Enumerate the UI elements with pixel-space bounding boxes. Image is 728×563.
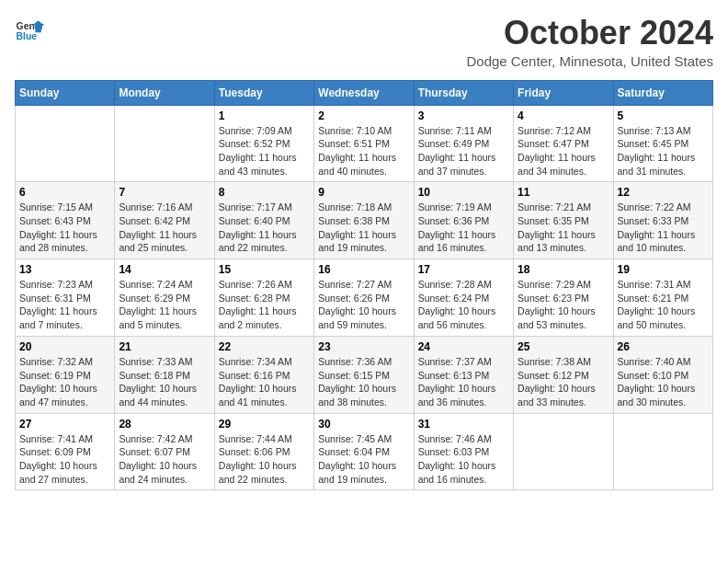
day-number: 1 [219,109,310,122]
calendar-cell: 30Sunrise: 7:45 AM Sunset: 6:04 PM Dayli… [314,413,414,490]
day-info: Sunrise: 7:15 AM Sunset: 6:43 PM Dayligh… [19,201,110,255]
day-number: 24 [418,340,509,353]
calendar-week-3: 13Sunrise: 7:23 AM Sunset: 6:31 PM Dayli… [16,259,713,337]
day-info: Sunrise: 7:46 AM Sunset: 6:03 PM Dayligh… [418,432,509,487]
weekday-header-monday: Monday [115,80,214,105]
calendar-cell: 1Sunrise: 7:09 AM Sunset: 6:52 PM Daylig… [214,105,313,182]
day-info: Sunrise: 7:27 AM Sunset: 6:26 PM Dayligh… [318,278,409,332]
calendar-cell: 27Sunrise: 7:41 AM Sunset: 6:09 PM Dayli… [16,413,115,490]
day-number: 8 [219,186,310,199]
weekday-header-tuesday: Tuesday [214,80,313,105]
day-info: Sunrise: 7:19 AM Sunset: 6:36 PM Dayligh… [418,201,509,255]
day-number: 9 [318,186,409,199]
day-number: 29 [219,418,310,431]
day-number: 13 [19,263,110,276]
calendar-cell: 6Sunrise: 7:15 AM Sunset: 6:43 PM Daylig… [16,182,115,259]
day-info: Sunrise: 7:33 AM Sunset: 6:18 PM Dayligh… [119,355,210,409]
day-number: 21 [119,340,210,353]
day-info: Sunrise: 7:11 AM Sunset: 6:49 PM Dayligh… [418,124,509,178]
day-number: 3 [418,109,509,122]
calendar-cell: 4Sunrise: 7:12 AM Sunset: 6:47 PM Daylig… [514,105,613,182]
day-number: 17 [418,263,509,276]
calendar-cell: 19Sunrise: 7:31 AM Sunset: 6:21 PM Dayli… [613,259,712,337]
calendar-cell: 18Sunrise: 7:29 AM Sunset: 6:23 PM Dayli… [514,259,613,337]
calendar-cell: 16Sunrise: 7:27 AM Sunset: 6:26 PM Dayli… [314,259,414,337]
day-info: Sunrise: 7:23 AM Sunset: 6:31 PM Dayligh… [19,278,110,332]
day-info: Sunrise: 7:44 AM Sunset: 6:06 PM Dayligh… [219,432,310,487]
day-number: 28 [119,418,210,431]
day-info: Sunrise: 7:40 AM Sunset: 6:10 PM Dayligh… [618,355,709,409]
weekday-header-wednesday: Wednesday [314,80,414,105]
day-number: 12 [618,186,709,199]
day-number: 2 [318,109,409,122]
day-number: 7 [119,186,210,199]
calendar-cell: 13Sunrise: 7:23 AM Sunset: 6:31 PM Dayli… [16,259,115,337]
calendar-cell: 22Sunrise: 7:34 AM Sunset: 6:16 PM Dayli… [214,336,313,413]
day-info: Sunrise: 7:13 AM Sunset: 6:45 PM Dayligh… [618,124,709,178]
day-info: Sunrise: 7:42 AM Sunset: 6:07 PM Dayligh… [119,432,210,487]
calendar-cell [613,413,712,490]
day-number: 23 [318,340,409,353]
svg-text:Blue: Blue [17,31,38,41]
day-info: Sunrise: 7:34 AM Sunset: 6:16 PM Dayligh… [219,355,310,409]
weekday-header-sunday: Sunday [16,80,115,105]
day-info: Sunrise: 7:24 AM Sunset: 6:29 PM Dayligh… [119,278,210,332]
day-info: Sunrise: 7:09 AM Sunset: 6:52 PM Dayligh… [219,124,310,178]
calendar-cell: 29Sunrise: 7:44 AM Sunset: 6:06 PM Dayli… [214,413,313,490]
day-info: Sunrise: 7:41 AM Sunset: 6:09 PM Dayligh… [19,432,110,487]
calendar-cell [514,413,613,490]
calendar-cell: 11Sunrise: 7:21 AM Sunset: 6:35 PM Dayli… [514,182,613,259]
day-info: Sunrise: 7:18 AM Sunset: 6:38 PM Dayligh… [318,201,409,255]
calendar-cell: 10Sunrise: 7:19 AM Sunset: 6:36 PM Dayli… [414,182,513,259]
calendar-week-1: 1Sunrise: 7:09 AM Sunset: 6:52 PM Daylig… [16,105,713,182]
calendar-table: SundayMondayTuesdayWednesdayThursdayFrid… [15,80,713,491]
day-number: 27 [19,418,110,431]
calendar-cell: 5Sunrise: 7:13 AM Sunset: 6:45 PM Daylig… [613,105,712,182]
calendar-cell: 21Sunrise: 7:33 AM Sunset: 6:18 PM Dayli… [115,336,214,413]
day-number: 22 [219,340,310,353]
day-number: 26 [618,340,709,353]
calendar-cell: 15Sunrise: 7:26 AM Sunset: 6:28 PM Dayli… [214,259,313,337]
day-number: 30 [318,418,409,431]
calendar-cell: 2Sunrise: 7:10 AM Sunset: 6:51 PM Daylig… [314,105,414,182]
calendar-cell [115,105,214,182]
calendar-cell: 20Sunrise: 7:32 AM Sunset: 6:19 PM Dayli… [16,336,115,413]
calendar-cell: 7Sunrise: 7:16 AM Sunset: 6:42 PM Daylig… [115,182,214,259]
calendar-cell: 31Sunrise: 7:46 AM Sunset: 6:03 PM Dayli… [414,413,513,490]
calendar-cell [16,105,115,182]
day-number: 18 [518,263,609,276]
day-info: Sunrise: 7:45 AM Sunset: 6:04 PM Dayligh… [318,432,409,487]
day-info: Sunrise: 7:26 AM Sunset: 6:28 PM Dayligh… [219,278,310,332]
calendar-cell: 17Sunrise: 7:28 AM Sunset: 6:24 PM Dayli… [414,259,513,337]
page-header: General Blue October 2024 Dodge Center, … [15,15,713,69]
calendar-cell: 28Sunrise: 7:42 AM Sunset: 6:07 PM Dayli… [115,413,214,490]
day-info: Sunrise: 7:28 AM Sunset: 6:24 PM Dayligh… [418,278,509,332]
calendar-cell: 23Sunrise: 7:36 AM Sunset: 6:15 PM Dayli… [314,336,414,413]
calendar-cell: 24Sunrise: 7:37 AM Sunset: 6:13 PM Dayli… [414,336,513,413]
day-number: 10 [418,186,509,199]
day-number: 6 [19,186,110,199]
calendar-cell: 25Sunrise: 7:38 AM Sunset: 6:12 PM Dayli… [514,336,613,413]
calendar-week-2: 6Sunrise: 7:15 AM Sunset: 6:43 PM Daylig… [16,182,713,259]
day-number: 4 [518,109,609,122]
day-number: 5 [618,109,709,122]
day-info: Sunrise: 7:31 AM Sunset: 6:21 PM Dayligh… [618,278,709,332]
day-number: 20 [19,340,110,353]
calendar-cell: 3Sunrise: 7:11 AM Sunset: 6:49 PM Daylig… [414,105,513,182]
calendar-cell: 26Sunrise: 7:40 AM Sunset: 6:10 PM Dayli… [613,336,712,413]
calendar-week-4: 20Sunrise: 7:32 AM Sunset: 6:19 PM Dayli… [16,336,713,413]
calendar-cell: 14Sunrise: 7:24 AM Sunset: 6:29 PM Dayli… [115,259,214,337]
day-info: Sunrise: 7:10 AM Sunset: 6:51 PM Dayligh… [318,124,409,178]
logo: General Blue [15,15,44,44]
day-info: Sunrise: 7:37 AM Sunset: 6:13 PM Dayligh… [418,355,509,409]
calendar-week-5: 27Sunrise: 7:41 AM Sunset: 6:09 PM Dayli… [16,413,713,490]
day-info: Sunrise: 7:16 AM Sunset: 6:42 PM Dayligh… [119,201,210,255]
calendar-cell: 8Sunrise: 7:17 AM Sunset: 6:40 PM Daylig… [214,182,313,259]
weekday-header-saturday: Saturday [613,80,712,105]
day-info: Sunrise: 7:32 AM Sunset: 6:19 PM Dayligh… [19,355,110,409]
day-number: 15 [219,263,310,276]
day-number: 14 [119,263,210,276]
calendar-cell: 12Sunrise: 7:22 AM Sunset: 6:33 PM Dayli… [613,182,712,259]
weekday-header-friday: Friday [514,80,613,105]
weekday-header-row: SundayMondayTuesdayWednesdayThursdayFrid… [16,80,713,105]
